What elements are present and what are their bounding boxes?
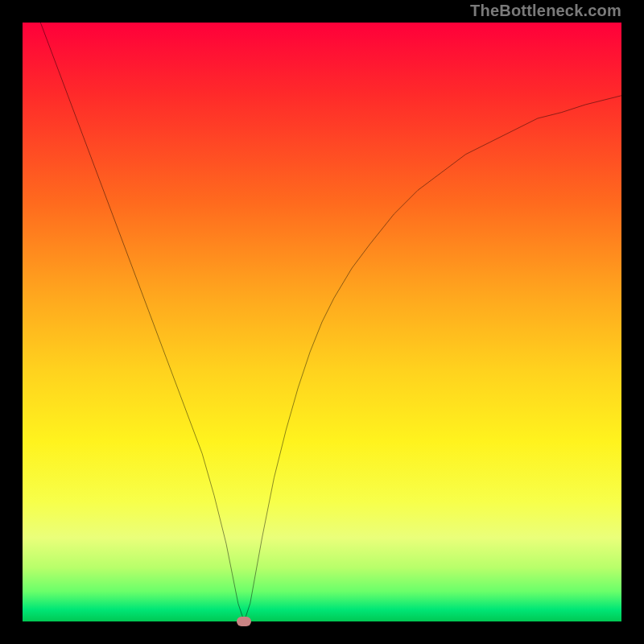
optimal-point-marker (237, 617, 251, 626)
chart-container: TheBottleneck.com (0, 0, 644, 644)
watermark-text: TheBottleneck.com (470, 2, 621, 20)
bottleneck-curve (23, 23, 621, 621)
curve-svg (23, 23, 621, 621)
plot-area (23, 23, 621, 621)
